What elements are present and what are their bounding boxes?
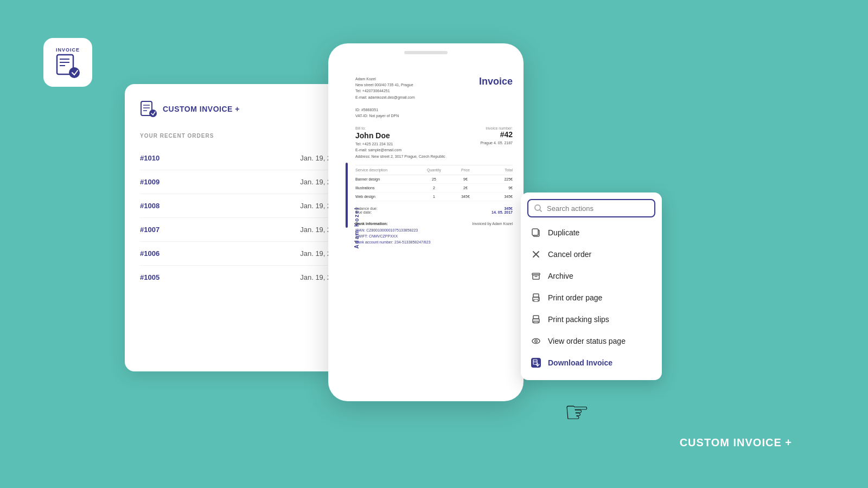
app-icon-label: INVOICE [56, 47, 80, 53]
order-id[interactable]: #1010 [140, 154, 159, 162]
action-item-cancel[interactable]: Cancel order [521, 243, 662, 265]
duplicate-icon [531, 227, 541, 238]
cancel-icon [531, 249, 541, 260]
search-box[interactable] [527, 199, 655, 217]
svg-line-11 [540, 210, 541, 211]
row-qty: 25 [418, 177, 450, 181]
invoice-bank: Bank information: IBAN: CZ80010000010751… [355, 222, 513, 246]
bank-label: Bank information: [355, 222, 431, 226]
order-id[interactable]: #1009 [140, 178, 159, 186]
orders-panel: CUSTOM INVOICE + YOUR RECENT ORDERS #101… [125, 84, 358, 371]
invoice-number-label: Invoice number: [480, 126, 513, 130]
bill-to-name: John Doe [355, 131, 445, 140]
order-row: #1007 Jan. 19, 2023 [140, 218, 343, 242]
cursor-hand: ☞ [564, 396, 590, 428]
col-header-qty: Quantity [418, 168, 450, 172]
row-total: 225€ [481, 177, 513, 181]
search-input[interactable] [547, 204, 649, 213]
invoice-balance: Balance due: Due date: 345€ 14. 05. 2017 [355, 207, 513, 214]
svg-point-28 [535, 340, 537, 342]
action-label-print-order: Print order page [548, 293, 602, 302]
order-id[interactable]: #1007 [140, 226, 159, 234]
action-label-duplicate: Duplicate [548, 228, 579, 237]
order-row: #1006 Jan. 19, 2023 [140, 242, 343, 266]
action-label-download-invoice: Download Invoice [548, 358, 612, 367]
row-desc: Web design [355, 195, 418, 198]
action-label-archive: Archive [548, 272, 573, 280]
seller-vat: VAT-ID: Not payer of DPN [355, 113, 513, 119]
print-packing-icon [531, 314, 541, 325]
action-item-view-status[interactable]: View order status page [521, 330, 662, 352]
search-icon [534, 204, 542, 213]
archive-icon [531, 271, 541, 281]
invoice-title: Invoice [479, 76, 513, 87]
order-row: #1009 Jan. 19, 2023 [140, 170, 343, 194]
invoiced-by: Invoiced by Adam Kozel [472, 222, 513, 246]
bank-iban: IBAN: CZ8001000001075133858223 [355, 227, 431, 233]
table-row: Banner design 25 9€ 225€ [355, 175, 513, 184]
svg-point-27 [532, 339, 540, 344]
invoice-phone: Adam Kozel Adam Kozel New street 000/40 … [328, 43, 524, 401]
invoice-table-header: Service description Quantity Price Total [355, 165, 513, 175]
svg-point-4 [69, 67, 80, 78]
svg-rect-23 [533, 316, 539, 319]
order-row: #1008 Jan. 19, 2023 [140, 194, 343, 218]
bill-to-details: Tel: +425 221 234 321 E-mail: sample@ema… [355, 141, 445, 159]
order-row: #1005 Jan. 19, 2023 [140, 266, 343, 289]
svg-rect-19 [533, 294, 539, 297]
seller-address: New street 000/40 735 41, Prague [355, 82, 415, 88]
row-price: 2€ [450, 186, 481, 190]
seller-email: E-mail: adamkozel.des@gmail.com [355, 94, 415, 100]
row-price: 9€ [450, 177, 481, 181]
orders-section-label: YOUR RECENT ORDERS [140, 133, 343, 139]
seller-info: Adam Kozel New street 000/40 735 41, Pra… [355, 76, 415, 100]
bottom-branding: CUSTOM INVOICE + [680, 436, 792, 449]
svg-point-22 [538, 298, 539, 299]
print-icon [531, 292, 541, 303]
col-header-desc: Service description [355, 168, 418, 172]
invoice-number-value: #42 [480, 130, 513, 139]
action-item-print-order[interactable]: Print order page [521, 287, 662, 309]
seller-id: ID: #5868351 [355, 107, 513, 113]
app-icon: INVOICE [43, 38, 92, 87]
action-item-duplicate[interactable]: Duplicate [521, 222, 662, 243]
view-icon [531, 336, 541, 346]
invoice-date: Prague 4. 05. 2187 [480, 141, 513, 145]
action-label-cancel: Cancel order [548, 250, 591, 259]
due-date-value: 14. 05. 2017 [492, 210, 513, 214]
orders-header-icon [140, 100, 157, 118]
action-item-archive[interactable]: Archive [521, 265, 662, 287]
svg-rect-17 [533, 275, 539, 279]
invoice-sidebar: Adam Kozel [354, 207, 360, 248]
order-row: #1010 Jan. 19, 2023 [140, 146, 343, 170]
bank-info-section: Bank information: IBAN: CZ80010000010751… [355, 222, 431, 246]
action-label-view-status: View order status page [548, 337, 626, 345]
row-desc: Illustrations [355, 186, 418, 190]
table-row: Web design 1 345€ 345€ [355, 192, 513, 201]
invoice-top-row: Adam Kozel New street 000/40 735 41, Pra… [355, 76, 513, 100]
seller-ids: ID: #5868351 VAT-ID: Not payer of DPN [355, 107, 513, 119]
order-id[interactable]: #1006 [140, 249, 159, 258]
orders-header: CUSTOM INVOICE + [140, 100, 343, 118]
action-item-download-invoice[interactable]: Download Invoice [521, 352, 662, 374]
download-invoice-icon [531, 357, 541, 368]
row-qty: 1 [418, 195, 450, 198]
balance-amount: 345€ [492, 207, 513, 210]
bank-account: Bank account number: 234-5133858247/823 [355, 239, 431, 245]
order-id[interactable]: #1005 [140, 273, 159, 281]
accent-bar [346, 163, 348, 228]
row-price: 345€ [450, 195, 481, 198]
row-total: 9€ [481, 186, 513, 190]
col-header-price: Price [450, 168, 481, 172]
action-item-print-packing[interactable]: Print packing slips [521, 309, 662, 330]
invoice-main: Adam Kozel New street 000/40 735 41, Pra… [355, 70, 513, 245]
svg-point-9 [149, 110, 157, 117]
order-id[interactable]: #1008 [140, 202, 159, 210]
invoice-bill-row: Bill to: John Doe Tel: +425 221 234 321 … [355, 126, 513, 159]
orders-header-title: CUSTOM INVOICE + [163, 105, 240, 113]
actions-panel: Duplicate Cancel order Archive [521, 192, 662, 380]
col-header-total: Total [481, 168, 513, 172]
bill-to-section: Bill to: John Doe Tel: +425 221 234 321 … [355, 126, 445, 159]
table-row: Illustrations 2 2€ 9€ [355, 184, 513, 192]
app-icon-svg [54, 54, 81, 78]
